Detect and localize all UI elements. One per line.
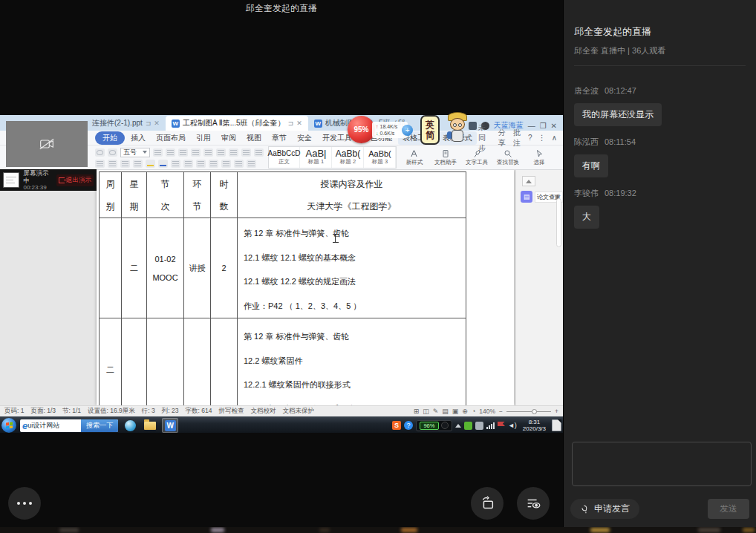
tab-pin-icon[interactable]: ⊐ [146,120,151,127]
panel-scrollbar[interactable] [556,198,561,247]
subscript-icon[interactable] [133,160,143,168]
zoom-out-icon[interactable]: − [499,408,503,415]
clear-format-icon[interactable] [178,148,188,157]
comment-action[interactable]: 批注 [513,128,522,148]
speed-ball-widget[interactable]: 95% 18.4K/s 0.6K/s + [348,116,408,143]
chat-input[interactable] [572,442,752,486]
find-replace-tool[interactable]: 查找替换 [495,149,521,166]
select-tool[interactable]: 选择 [526,149,553,166]
shading-icon[interactable] [234,160,244,168]
tab-pin-icon[interactable]: ⊐ [288,120,294,127]
more-icon[interactable]: ⋮ [538,134,546,142]
shrink-font-icon[interactable] [166,148,175,157]
number-list-icon[interactable] [203,148,213,157]
doc-assistant-tool[interactable]: 文档助手 [432,149,459,166]
taskbar-search[interactable]: e 搜索一下 [20,419,118,432]
helper-icon[interactable]: ? [404,421,413,430]
strikethrough-icon[interactable] [108,160,117,168]
volume-icon[interactable]: ◄) [508,422,517,429]
help-icon[interactable]: ? [528,134,532,142]
toggle-chat-panel-button[interactable] [517,487,550,520]
security-icon[interactable] [464,422,472,430]
wps-task-icon[interactable]: W [162,418,178,433]
style-heading1[interactable]: AaB|标题 1 [301,147,332,168]
superscript-icon[interactable] [120,160,130,168]
style-normal[interactable]: AaBbCcD正文 [269,147,300,168]
borders-icon[interactable] [247,160,256,168]
font-size-select[interactable]: 五号 [120,148,150,157]
web-view-icon[interactable]: ⊕ [462,408,468,415]
memory-usage-ball[interactable]: 95% [348,116,375,143]
request-to-speak-button[interactable]: 申请发言 [570,499,639,519]
tab-close-icon[interactable]: ✕ [296,120,302,127]
switch-layout-button[interactable] [471,487,504,520]
page-view-icon[interactable]: ▤ [442,408,449,415]
start-button[interactable] [1,418,16,433]
outline-view-icon[interactable]: ◫ [423,408,429,415]
text-tools[interactable]: 文字工具 [463,149,490,166]
ribbon-tab-layout[interactable]: 页面布局 [151,131,190,145]
sogou-icon[interactable]: S [392,421,401,430]
ribbon-tab-view[interactable]: 视图 [242,131,266,145]
fullscreen-view-icon[interactable]: ⊞ [414,408,420,415]
align-left-icon[interactable] [171,160,180,168]
zoom-slider[interactable] [506,411,551,412]
send-button[interactable]: 发送 [708,499,749,519]
tab-close-icon[interactable]: ✕ [154,120,160,127]
doc-protect-status[interactable]: 文档未保护 [282,407,314,416]
browser-task-icon[interactable] [122,418,138,433]
justify-icon[interactable] [209,160,218,168]
reader-view-icon[interactable]: ▣ [452,408,459,415]
edit-view-icon[interactable]: ✎ [433,408,439,415]
spell-check-toggle[interactable]: 拼写检查 [218,407,244,416]
tray-expand-icon[interactable] [455,424,461,428]
share-action[interactable]: 分享 [498,128,506,148]
undo-icon[interactable] [95,148,105,157]
style-heading3[interactable]: AaBb(标题 3 [365,147,396,168]
new-style-tool[interactable]: 新样式 [401,149,428,166]
ribbon-tab-security[interactable]: 安全 [293,131,316,145]
battery-widget[interactable]: 96% [416,420,452,431]
ribbon-tab-references[interactable]: 引用 [192,131,215,145]
align-center-icon[interactable] [183,160,193,168]
ribbon-tab-section[interactable]: 章节 [267,131,291,145]
ime-icon[interactable] [475,422,483,430]
search-go-button[interactable]: 搜索一下 [81,419,118,432]
doc-tab-1[interactable]: 连接件(2-1).ppt ⊐ ✕ [86,116,166,131]
action-center-flag-icon[interactable] [498,422,505,430]
taskbar-search-input[interactable] [27,422,81,429]
chat-message-list[interactable]: 唐全波08:12:47 我的屏幕还没显示 陈泓西08:11:54 有啊 李骏伟0… [564,66,756,229]
outdent-icon[interactable] [216,148,226,157]
grow-font-icon[interactable] [153,148,163,157]
underline-icon[interactable] [95,160,105,168]
font-color-icon[interactable] [158,160,168,168]
bullet-list-icon[interactable] [191,148,201,157]
eye-protect-icon[interactable]: ◔ [472,408,475,415]
show-desktop-button[interactable] [552,419,561,431]
accelerate-plus-icon[interactable]: + [402,125,413,136]
ribbon-tab-insert[interactable]: 插入 [126,131,150,145]
panel-collapse-icon[interactable] [522,176,535,186]
indent-icon[interactable] [229,148,238,157]
zoom-in-icon[interactable]: + [555,408,558,415]
table-grid-icon[interactable] [254,148,264,157]
doc-proof-toggle[interactable]: 文档校对 [250,407,276,416]
line-spacing-icon[interactable] [221,160,231,168]
align-right-icon[interactable] [196,160,206,168]
collapse-ribbon-icon[interactable]: ∧ [552,134,557,142]
document-page[interactable]: 周别 星期 节次 环节 时数 授课内容及作业天津大学《工程图学》 二 01-02… [97,170,514,405]
highlight-color-icon[interactable] [146,160,155,168]
network-icon[interactable] [486,422,495,429]
style-heading2[interactable]: AaBb(标题 2 [333,147,364,168]
more-options-button[interactable] [8,487,41,520]
explorer-task-icon[interactable] [142,418,158,433]
document-canvas[interactable]: 周别 星期 节次 环节 时数 授课内容及作业天津大学《工程图学》 二 01-02… [0,170,563,405]
exit-presentation-button[interactable]: 退出演示 [56,174,94,186]
zoom-level[interactable]: 140% [479,408,495,415]
ribbon-tab-review[interactable]: 审阅 [217,131,241,145]
redo-icon[interactable] [108,148,117,157]
ribbon-tab-home[interactable]: 开始 [95,131,125,145]
taskbar-clock[interactable]: 8:31 2020/3/3 [520,419,549,432]
doc-tab-2-active[interactable]: W 工程制图A Ⅱ第...5班（邱全奎） ⊐ ✕ [166,116,308,131]
sort-icon[interactable] [241,148,251,157]
